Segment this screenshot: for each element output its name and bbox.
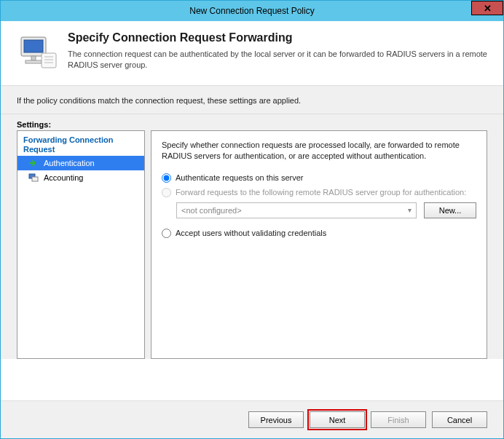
new-server-group-button[interactable]: New... <box>424 202 476 218</box>
chevron-down-icon: ▾ <box>408 206 412 214</box>
cancel-button[interactable]: Cancel <box>432 411 487 428</box>
server-group-combo[interactable]: <not configured> ▾ <box>176 202 417 218</box>
close-button[interactable]: ✕ <box>471 1 503 15</box>
settings-label: Settings: <box>1 114 503 130</box>
server-group-row: <not configured> ▾ New... <box>176 202 476 218</box>
svg-rect-9 <box>32 177 38 181</box>
window-title: New Connection Request Policy <box>189 6 314 16</box>
conditions-description: If the policy conditions match the conne… <box>1 85 503 114</box>
tree-item-accounting[interactable]: Accounting <box>17 170 144 185</box>
radio-label: Forward requests to the following remote… <box>176 188 466 197</box>
header-area: Specify Connection Request Forwarding Th… <box>1 21 503 85</box>
policy-icon <box>17 31 58 72</box>
next-button[interactable]: Next <box>310 411 365 428</box>
wizard-footer: Previous Next Finish Cancel <box>1 400 503 438</box>
svg-rect-1 <box>24 40 43 52</box>
header-text: Specify Connection Request Forwarding Th… <box>68 31 487 72</box>
content-area: Specify Connection Request Forwarding Th… <box>1 21 503 359</box>
previous-button[interactable]: Previous <box>248 411 304 428</box>
radio-label: Accept users without validating credenti… <box>176 229 326 237</box>
radio-authenticate-local-input[interactable] <box>162 173 171 183</box>
radio-accept-without-validation[interactable]: Accept users without validating credenti… <box>162 229 476 238</box>
tree-item-label: Accounting <box>44 173 83 182</box>
tree-item-authentication[interactable]: Authentication <box>17 156 144 170</box>
page-title: Specify Connection Request Forwarding <box>68 31 487 44</box>
settings-tree: Forwarding Connection Request Authentica… <box>17 130 145 359</box>
close-icon: ✕ <box>484 3 492 14</box>
accounting-icon <box>28 172 39 183</box>
radio-accept-without-validation-input[interactable] <box>162 229 171 238</box>
page-subtitle: The connection request can be authentica… <box>68 49 487 71</box>
main-area: Forwarding Connection Request Authentica… <box>1 130 503 359</box>
tree-item-label: Authentication <box>44 159 95 167</box>
svg-rect-2 <box>31 56 36 60</box>
radio-label: Authenticate requests on this server <box>176 173 303 182</box>
radio-authenticate-local[interactable]: Authenticate requests on this server <box>162 173 476 183</box>
svg-rect-3 <box>25 60 42 63</box>
radio-forward-remote[interactable]: Forward requests to the following remote… <box>162 188 476 197</box>
radio-forward-remote-input[interactable] <box>162 188 171 197</box>
titlebar: New Connection Request Policy ✕ <box>1 1 503 21</box>
panel-description: Specify whether connection requests are … <box>162 140 476 162</box>
svg-rect-4 <box>42 53 56 68</box>
tree-group-forwarding: Forwarding Connection Request <box>17 134 144 156</box>
wizard-window: New Connection Request Policy ✕ Spec <box>0 0 504 439</box>
finish-button: Finish <box>371 411 426 428</box>
combo-value: <not configured> <box>181 206 242 215</box>
arrow-right-icon <box>28 157 39 169</box>
detail-panel: Specify whether connection requests are … <box>151 130 487 359</box>
